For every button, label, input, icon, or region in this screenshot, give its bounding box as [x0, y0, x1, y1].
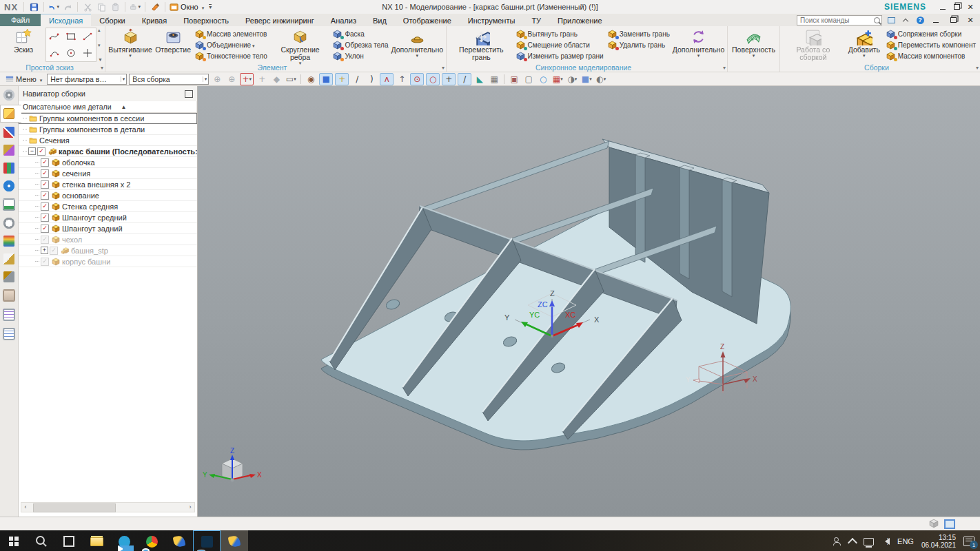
brush-touch-button[interactable] — [150, 2, 161, 12]
checkbox-icon[interactable] — [41, 225, 49, 233]
repeat-command-button[interactable] — [130, 2, 141, 12]
doc-minimize-button[interactable] — [929, 15, 943, 25]
web-page-icon[interactable] — [3, 198, 15, 211]
scroll-left-icon[interactable]: ‹ — [21, 503, 30, 511]
Инструменты[interactable]: Инструменты — [460, 14, 524, 26]
trim-body-button[interactable]: Обрезка тела — [331, 39, 390, 50]
nx-active-app-icon[interactable] — [221, 530, 248, 551]
fit-view-icon[interactable]: ▢ — [522, 74, 535, 85]
work-plane-icon[interactable]: ⊕ — [225, 74, 238, 85]
point-icon[interactable] — [79, 45, 96, 61]
clock[interactable]: 13:15 06.04.2021 — [921, 534, 956, 549]
assembly-constraints-button[interactable]: Сопряжения сборки — [884, 28, 978, 39]
checkbox-icon[interactable] — [41, 258, 49, 266]
section-view-icon[interactable]: ▦ — [551, 74, 564, 85]
move-face-button[interactable]: Переместить грань — [449, 28, 514, 62]
tree-item[interactable]: Группы компонентов в сессии — [19, 113, 197, 124]
checkbox-icon[interactable] — [41, 214, 49, 222]
copy-button[interactable] — [96, 2, 107, 12]
task-view-button[interactable] — [55, 530, 83, 551]
orbit-icon[interactable]: ○ — [537, 74, 549, 85]
tree-item[interactable]: оболочка — [19, 157, 197, 168]
notes-icon[interactable] — [3, 328, 15, 340]
circle-icon[interactable] — [63, 45, 79, 61]
slash-snap-icon[interactable]: / — [458, 73, 471, 85]
delete-face-button[interactable]: Удалить грань — [606, 39, 672, 50]
dialog-launcher-icon[interactable]: ▾ — [976, 65, 979, 71]
move-tool-icon[interactable]: + — [256, 74, 268, 85]
people-icon[interactable] — [833, 537, 841, 545]
chrome-icon[interactable] — [138, 530, 165, 551]
move-component-button[interactable]: Переместить компонент — [884, 39, 978, 50]
tree-item[interactable]: основание — [19, 190, 197, 201]
checkbox-icon[interactable] — [41, 191, 49, 200]
tray-chevron-icon[interactable] — [848, 537, 857, 547]
dialog-launcher-icon[interactable]: ▾ — [442, 65, 445, 71]
fullscreen-icon[interactable] — [886, 15, 897, 25]
shaded-cube-icon[interactable]: ■ — [319, 73, 333, 85]
spline-snap-icon[interactable]: ʌ — [380, 73, 394, 85]
checkbox-icon[interactable] — [41, 158, 49, 167]
tree-item[interactable]: Группы компонентов в детали — [19, 124, 197, 135]
checkbox-icon[interactable] — [41, 180, 49, 189]
3d-model-canvas[interactable]: Z ZC X XC Y YC Z X — [198, 86, 980, 517]
dialog-launcher-icon[interactable]: ▾ — [723, 65, 726, 71]
replace-face-button[interactable]: Заменить грань — [606, 28, 672, 39]
minimize-button[interactable] — [936, 2, 950, 12]
extrude-button[interactable]: Вытягивание — [108, 28, 153, 59]
draft-button[interactable]: Уклон — [331, 50, 390, 61]
visibility-icon[interactable]: ◐ — [595, 74, 607, 85]
paste-button[interactable] — [110, 2, 121, 12]
rectangle-icon[interactable] — [63, 28, 79, 45]
expander-icon[interactable] — [41, 247, 48, 254]
command-search-input[interactable] — [799, 16, 874, 25]
checkbox-icon[interactable] — [41, 169, 49, 178]
Поверхность[interactable]: Поверхность — [175, 14, 237, 26]
help-icon[interactable] — [915, 15, 926, 25]
center-snap-icon[interactable]: ⊙ — [410, 73, 424, 85]
horizontal-scrollbar[interactable]: ‹ › — [21, 502, 195, 512]
command-search-box[interactable] — [797, 15, 882, 25]
surface-button[interactable]: Поверхность — [730, 28, 777, 59]
resize-face-button[interactable]: Изменить размер грани — [514, 50, 606, 61]
tree-item[interactable]: стенка внешняя x 2 — [19, 179, 197, 190]
part-navigator-icon[interactable] — [3, 145, 14, 156]
Приложение[interactable]: Приложение — [549, 14, 611, 26]
rotate-tool-icon[interactable]: ◆ — [270, 74, 283, 85]
marquee-select-icon[interactable]: ▭ — [285, 74, 297, 85]
Анализ[interactable]: Анализ — [323, 14, 365, 26]
scroll-right-icon[interactable]: › — [186, 503, 194, 511]
grid-template-icon[interactable] — [3, 309, 15, 321]
tree-item[interactable]: корпус башни — [19, 256, 197, 267]
scrollbar-thumb[interactable] — [33, 503, 116, 512]
render-style-icon[interactable]: ◑ — [566, 74, 578, 85]
component-status-icon[interactable] — [929, 519, 939, 530]
studio-spline-icon[interactable] — [46, 28, 63, 45]
sketch-button[interactable]: Эскиз — [3, 28, 43, 54]
volume-icon[interactable] — [881, 538, 890, 545]
network-icon[interactable] — [864, 538, 874, 545]
Кривая[interactable]: Кривая — [134, 14, 175, 26]
language-indicator[interactable]: ENG — [897, 537, 914, 545]
arc-snap-icon[interactable]: ) — [365, 74, 378, 85]
selection-filter-combo[interactable]: Нет фильтра выбора▾ — [47, 74, 127, 85]
sphere-icon[interactable]: ◉ — [305, 74, 317, 85]
hole-button[interactable]: Отверстие — [153, 28, 193, 54]
doc-close-button[interactable] — [963, 15, 977, 25]
undo-button[interactable] — [48, 2, 59, 12]
window-menu-button[interactable]: Окно — [170, 3, 204, 12]
Реверс инжиниринг[interactable]: Реверс инжиниринг — [237, 14, 323, 26]
notification-icon[interactable]: 1 — [963, 537, 974, 546]
arc-icon[interactable] — [46, 45, 63, 61]
customize-qat-icon[interactable]: ▾ — [209, 4, 212, 10]
vertex-snap-icon[interactable]: ↑ — [396, 74, 408, 85]
tree-item[interactable]: Шпангоут задний — [19, 223, 197, 234]
nx-app-icon[interactable] — [165, 530, 193, 551]
navigator-column-header[interactable]: Описательное имя детали ▲ — [19, 101, 197, 113]
reuse-library-icon[interactable] — [3, 163, 14, 174]
tree-item[interactable]: Стенка средняя — [19, 201, 197, 212]
telegram-icon[interactable] — [110, 530, 138, 551]
pattern-feature-button[interactable]: Массив элементов — [193, 28, 269, 39]
redo-button[interactable] — [62, 2, 73, 12]
checkbox-icon[interactable] — [41, 202, 49, 211]
